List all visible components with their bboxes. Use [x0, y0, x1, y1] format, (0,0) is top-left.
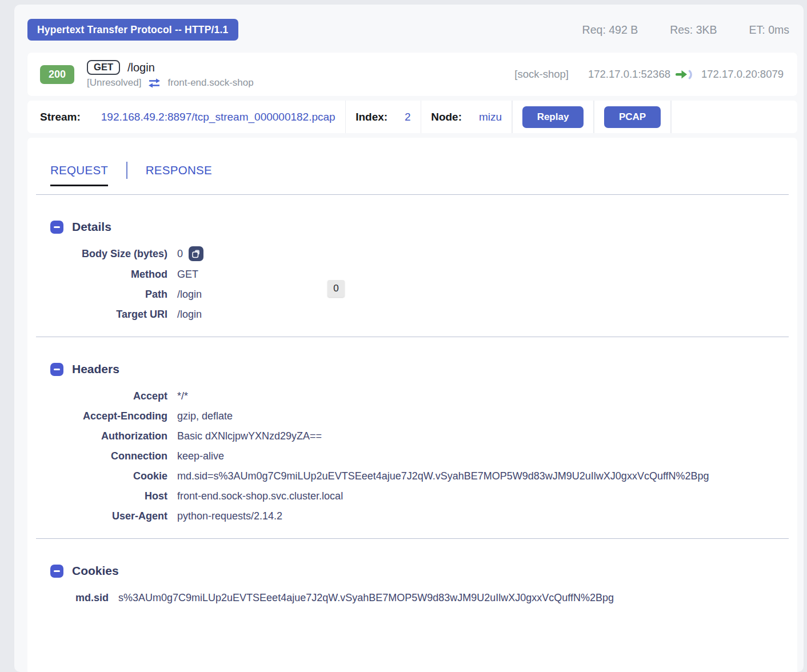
node-value: mizu	[479, 111, 502, 123]
detail-label: Path	[50, 288, 167, 301]
index-value: 2	[405, 111, 411, 123]
collapse-minus-icon[interactable]	[50, 221, 63, 234]
detail-row: Body Size (bytes) 0	[50, 247, 789, 261]
detail-value: /login	[177, 308, 202, 321]
header-row: Connection keep-alive	[50, 450, 789, 463]
elapsed-time-stat: ET: 0ms	[749, 23, 789, 37]
detail-label: Body Size (bytes)	[50, 247, 167, 261]
headers-section: Headers Accept */* Accept-Encoding gz	[35, 362, 789, 523]
tab-bar: REQUEST RESPONSE	[35, 138, 789, 179]
namespace-label: [sock-shop]	[514, 68, 569, 81]
header-name: Accept-Encoding	[50, 410, 167, 423]
direction-arrow-icon	[676, 70, 696, 79]
stream-link[interactable]: 192.168.49.2:8897/tcp_stream_000000182.p…	[101, 111, 335, 123]
tab-response[interactable]: RESPONSE	[146, 163, 212, 177]
header-row: Accept */*	[50, 390, 789, 403]
details-section: Details Body Size (bytes) 0	[35, 220, 789, 321]
separator	[593, 101, 594, 133]
separator	[421, 101, 422, 133]
header-value: python-requests/2.14.2	[177, 510, 282, 523]
header-name: Authorization	[50, 430, 167, 443]
destination-address: 172.17.0.20:8079	[701, 68, 784, 81]
method-chip: GET	[87, 60, 120, 75]
header-name: Connection	[50, 450, 167, 463]
header-row: Cookie md.sid=s%3AUm0g7C9miLUp2uEVTSEeet…	[50, 470, 789, 483]
summary-right: [sock-shop] 172.17.0.1:52368 172.17.0.20…	[514, 68, 784, 81]
stream-bar: Stream: 192.168.49.2:8897/tcp_stream_000…	[27, 101, 797, 133]
status-code-badge: 200	[40, 65, 74, 84]
replay-button[interactable]: Replay	[522, 106, 584, 128]
traffic-stats: Req: 492 B Res: 3KB ET: 0ms	[582, 23, 789, 37]
cookies-section: Cookies md.sid s%3AUm0g7C9miLUp2uEVTSEee…	[35, 564, 789, 605]
header-value: Basic dXNlcjpwYXNzd29yZA==	[177, 430, 322, 443]
header-value: keep-alive	[177, 450, 224, 463]
collapse-minus-icon[interactable]	[50, 363, 63, 376]
detail-label: Target URI	[50, 308, 167, 321]
detail-row: Target URI /login	[50, 308, 789, 321]
section-title: Details	[72, 220, 111, 234]
header-name: Cookie	[50, 470, 167, 483]
cookie-row: md.sid s%3AUm0g7C9miLUp2uEVTSEeet4ajue7J…	[50, 591, 789, 605]
separator	[512, 101, 513, 133]
copy-icon[interactable]	[189, 246, 203, 261]
header-row: Host front-end.sock-shop.svc.cluster.loc…	[50, 490, 789, 503]
index-label: Index:	[355, 111, 387, 123]
destination-service: front-end.sock-shop	[167, 77, 253, 89]
detail-value: GET	[177, 268, 198, 281]
detail-value: /login	[177, 288, 202, 301]
stream-label: Stream:	[40, 111, 81, 123]
cookie-name: md.sid	[50, 591, 109, 605]
header-value: gzip, deflate	[177, 410, 233, 423]
separator	[345, 101, 346, 133]
summary-left: 200 GET /login [Unresolved] front-end.so…	[40, 60, 254, 89]
protocol-badge: Hypertext Transfer Protocol -- HTTP/1.1	[27, 19, 238, 41]
section-title: Cookies	[72, 564, 119, 578]
header-row: User-Agent python-requests/2.14.2	[50, 510, 789, 523]
request-response-card: REQUEST RESPONSE Details Body Size (byte…	[27, 138, 797, 672]
zero-chip: 0	[327, 280, 345, 297]
node-label: Node:	[431, 111, 462, 123]
divider	[36, 337, 789, 337]
request-size-stat: Req: 492 B	[582, 23, 638, 37]
pcap-button[interactable]: PCAP	[604, 106, 661, 128]
section-title: Headers	[72, 362, 119, 376]
header-row: Accept-Encoding gzip, deflate	[50, 410, 789, 423]
collapse-minus-icon[interactable]	[50, 565, 63, 578]
detail-row: Path /login	[50, 288, 789, 301]
response-size-stat: Res: 3KB	[670, 23, 717, 37]
swap-arrows-icon	[147, 78, 162, 88]
request-detail-panel: Hypertext Transfer Protocol -- HTTP/1.1 …	[14, 5, 804, 672]
cookie-value: s%3AUm0g7C9miLUp2uEVTSEeet4ajue7J2qW.vSy…	[118, 591, 614, 605]
request-summary-card: 200 GET /login [Unresolved] front-end.so…	[27, 53, 797, 96]
source-address: 172.17.0.1:52368	[588, 68, 670, 81]
divider	[36, 194, 789, 195]
header-name: Accept	[50, 390, 167, 403]
detail-row: Method GET	[50, 268, 789, 281]
request-path: /login	[127, 61, 155, 74]
protocol-header-row: Hypertext Transfer Protocol -- HTTP/1.1 …	[27, 16, 797, 43]
header-value: */*	[177, 390, 188, 403]
header-value: front-end.sock-shop.svc.cluster.local	[177, 490, 343, 503]
summary-main: GET /login [Unresolved] front-end.sock-s…	[87, 60, 254, 89]
divider	[36, 538, 789, 539]
header-row: Authorization Basic dXNlcjpwYXNzd29yZA==	[50, 430, 789, 443]
header-name: User-Agent	[50, 510, 167, 523]
header-name: Host	[50, 490, 167, 503]
detail-label: Method	[50, 268, 167, 281]
detail-value: 0	[177, 247, 183, 261]
separator	[670, 101, 672, 133]
tab-request[interactable]: REQUEST	[50, 163, 108, 186]
header-value: md.sid=s%3AUm0g7C9miLUp2uEVTSEeet4ajue7J…	[177, 470, 709, 483]
tab-separator	[126, 162, 127, 179]
source-service: [Unresolved]	[87, 77, 141, 89]
